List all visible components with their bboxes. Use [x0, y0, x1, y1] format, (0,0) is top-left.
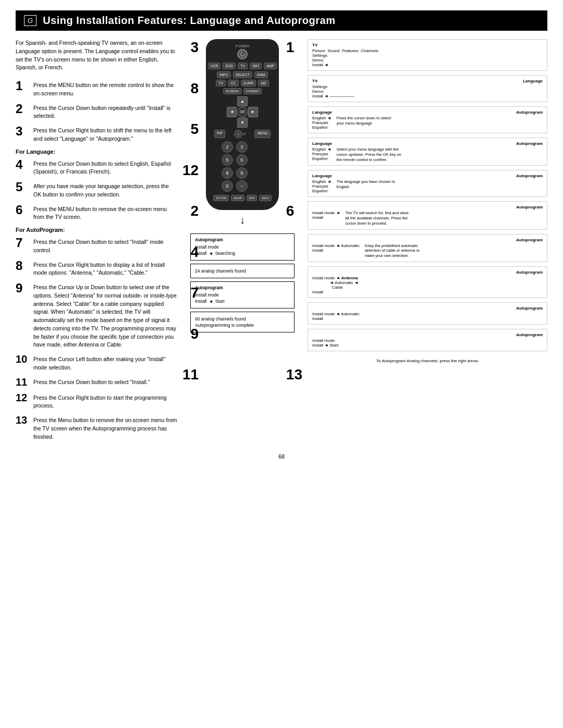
pip-button[interactable]: PIP — [214, 130, 225, 138]
r2-settings: Settings — [312, 84, 543, 89]
r10-install: Install ◄ Start — [312, 343, 543, 348]
power-button[interactable] — [237, 49, 248, 59]
num-9[interactable]: 9 — [236, 167, 248, 179]
dpad-up[interactable]: ▲ — [237, 96, 247, 106]
step-3: 3 Press the Cursor Right button to shift… — [16, 125, 177, 143]
num-8[interactable]: 8 — [222, 167, 233, 179]
big-num-left-8: 8 — [191, 80, 199, 97]
num-minus[interactable]: − — [236, 180, 248, 192]
surr-button[interactable]: SURR — [241, 80, 256, 87]
hd-button[interactable]: HD — [258, 80, 268, 87]
left-column: For Spanish- and French-speaking TV owne… — [16, 39, 177, 445]
step-10: 10 Press the Cursor Left button after ma… — [16, 353, 177, 372]
slep-button[interactable]: SLEP — [231, 195, 244, 201]
big-num-right-1: 1 — [286, 39, 295, 56]
format-button[interactable]: FORMAT — [243, 88, 262, 94]
bottom-screen-4: 60 analog channels found Autoprogramming… — [190, 312, 295, 332]
big-num-left-3: 3 — [191, 39, 199, 56]
r1-demo: Demo — [312, 58, 378, 63]
screen-button[interactable]: SCREEN — [223, 88, 241, 94]
big-num-left-4: 4 — [191, 244, 199, 261]
num-6[interactable]: 6 — [236, 154, 248, 166]
bottom-screen-2: 24 analog channels found — [190, 264, 295, 278]
remote-power-area: POWER — [210, 44, 275, 59]
source-buttons-row: VCR DVD TV SAT AMP — [210, 63, 275, 69]
vol-up-button[interactable]: + — [234, 130, 242, 138]
tv2-button[interactable]: TV — [216, 80, 226, 87]
r6-install: Install — [312, 215, 340, 220]
r4-english: English ◄ — [312, 147, 331, 152]
r4-label-autoprogram: Autoprogram — [516, 141, 543, 146]
bottom-screen-1-row2: Install ◄ Searching — [195, 251, 290, 256]
step-text-12: Press the Cursor Right button to start t… — [33, 392, 177, 411]
amp-button[interactable]: AMP — [264, 63, 277, 69]
r3-english: English ◄ — [312, 116, 331, 120]
dpad-down[interactable]: ▼ — [237, 118, 247, 128]
dnm-button[interactable]: DNM — [254, 71, 268, 78]
big-num-left-2: 2 — [191, 203, 199, 219]
page-header: G Using Installation Features: Language … — [16, 10, 547, 31]
num-5[interactable]: 5 — [222, 154, 233, 166]
dvd-button[interactable]: DVD — [223, 63, 236, 69]
step-text-11: Press the Cursor Down button to select "… — [33, 376, 150, 387]
page-wrapper: G Using Installation Features: Language … — [16, 10, 547, 460]
step-6: 6 Press the MENU button to remove the on… — [16, 203, 177, 222]
dpad-right[interactable]: ► — [248, 107, 258, 117]
r4-callout: Select your menu language with the curso… — [336, 147, 404, 162]
step-num-5: 5 — [16, 180, 30, 194]
for-autoprogram-label: For AutoProgram: — [16, 227, 177, 233]
main-content: For Spanish- and French-speaking TV owne… — [16, 39, 547, 445]
power-label: POWER — [210, 44, 275, 48]
r3-label-language: Language — [312, 110, 332, 115]
step-num-2: 2 — [16, 102, 30, 116]
step-11: 11 Press the Cursor Down button to selec… — [16, 376, 177, 388]
vcr-button[interactable]: VCR — [208, 63, 221, 69]
sat-button[interactable]: SAT — [250, 63, 262, 69]
select-button[interactable]: SELECT — [233, 71, 252, 78]
step-8: 8 Press the Cursor Right button to displ… — [16, 259, 177, 278]
r9-install: Install — [312, 316, 543, 321]
actve-button[interactable]: ACTVE — [213, 195, 229, 201]
big-num-right-13: 13 — [286, 366, 302, 383]
tv-button[interactable]: TV — [238, 63, 248, 69]
menu-button[interactable]: MENU — [254, 130, 271, 138]
num-2[interactable]: 2 — [222, 141, 233, 153]
big-num-left-12: 12 — [182, 162, 199, 179]
pip-menu-row: PIP + P MENU — [210, 130, 275, 138]
r5-label-language: Language — [312, 174, 332, 178]
r4-label-language: Language — [312, 141, 332, 146]
step-text-1: Press the MENU button on the remote cont… — [33, 79, 177, 98]
info-button[interactable]: INFO — [217, 71, 231, 78]
bottom-screen-1: Autoprogram Install mode Install ◄ Searc… — [190, 233, 295, 261]
num-0[interactable]: 0 — [222, 180, 233, 192]
step-num-3: 3 — [16, 125, 30, 138]
dpad-left[interactable]: ◄ — [227, 107, 237, 117]
step-num-8: 8 — [16, 259, 30, 273]
r2-install: Install ◄ —————— — [312, 94, 543, 98]
dco-button[interactable]: DCO — [259, 195, 271, 201]
info-select-row: INFO SELECT DNM — [210, 71, 275, 78]
step-num-7: 7 — [16, 236, 30, 250]
r7-label-autoprogram: Autoprogram — [516, 238, 543, 242]
right-screen-10: Autoprogram Install mode Install ◄ Start — [308, 329, 547, 351]
r3-francais: Français — [312, 120, 331, 125]
r4-francais: Français — [312, 152, 331, 156]
fav-button[interactable]: FAV — [247, 195, 258, 201]
step-num-10: 10 — [16, 353, 30, 365]
big-num-left-5: 5 — [191, 121, 199, 138]
language-steps: 4 Press the Cursor Down button to select… — [16, 158, 177, 222]
r7-installmode: Install mode ◄ Automatic — [312, 243, 360, 248]
bottom-screen-1-row1: Install mode — [195, 244, 290, 250]
for-language-label: For Language: — [16, 149, 177, 155]
right-screen-2: TV Language Settings Demo Install ◄ ————… — [308, 75, 547, 102]
num-3[interactable]: 3 — [236, 141, 248, 153]
bottom-screen-3-row1: Install mode — [195, 292, 290, 298]
r5-espanol: Español — [312, 189, 331, 193]
bottom-screen-area: Autoprogram Install mode Install ◄ Searc… — [190, 233, 295, 336]
cc-button[interactable]: CC — [228, 80, 238, 87]
big-num-left-11: 11 — [182, 366, 199, 383]
r8-installmode: Install mode ◄ Antenna — [312, 276, 543, 280]
ok-button[interactable]: OK — [237, 107, 247, 117]
right-screen-6: Autoprogram Install mode ◄ Install The T… — [308, 201, 547, 229]
page-number: 68 — [16, 453, 547, 460]
